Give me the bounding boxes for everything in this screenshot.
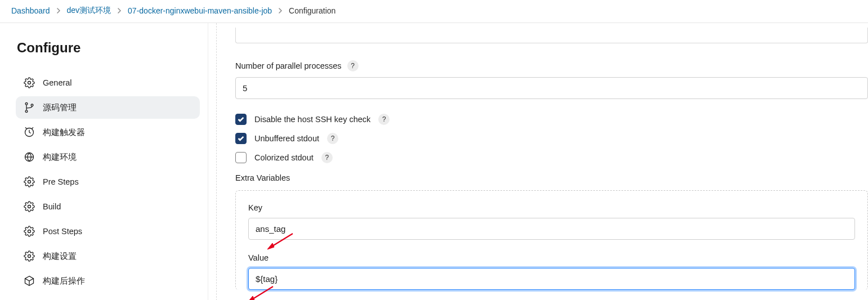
checkbox-group: Disable the host SSH key check ? Unbuffe… (235, 114, 868, 163)
breadcrumb-item-current: Configuration (289, 6, 335, 15)
help-icon[interactable]: ? (347, 60, 359, 71)
checkbox-colorized[interactable] (235, 152, 247, 163)
svg-point-0 (28, 82, 31, 84)
breadcrumb: Dashboard dev测试环境 07-docker-nginxwebui-m… (0, 0, 868, 23)
branch-icon (24, 102, 35, 113)
breadcrumb-item[interactable]: Dashboard (11, 6, 50, 15)
chevron-right-icon (278, 6, 283, 15)
sidebar-item-label: Pre Steps (43, 177, 79, 186)
help-icon[interactable]: ? (378, 114, 390, 125)
checkbox-label: Unbuffered stdout (254, 134, 319, 143)
gear-icon (24, 201, 35, 212)
gear-icon (24, 250, 35, 262)
chevron-right-icon (56, 6, 61, 15)
extra-var-key-input[interactable] (248, 218, 855, 240)
parallel-processes-row: Number of parallel processes ? (235, 60, 868, 99)
sidebar-item-label: 构建触发器 (43, 127, 85, 138)
svg-point-1 (25, 103, 28, 105)
parallel-processes-input[interactable] (235, 77, 868, 99)
help-icon[interactable]: ? (321, 152, 333, 163)
gear-icon (24, 176, 35, 187)
breadcrumb-item[interactable]: 07-docker-nginxwebui-maven-ansible-job (128, 6, 272, 15)
sidebar-item-general[interactable]: General (16, 71, 200, 94)
key-label: Key (248, 203, 855, 212)
extra-variables-group: Key Value (235, 190, 868, 290)
sidebar-item-triggers[interactable]: 构建触发器 (16, 121, 200, 144)
sidebar-item-build-settings[interactable]: 构建设置 (16, 245, 200, 267)
svg-point-7 (28, 205, 31, 208)
parallel-processes-label: Number of parallel processes (235, 61, 342, 70)
value-label: Value (248, 253, 855, 262)
svg-point-3 (31, 104, 33, 106)
checkbox-unbuffered[interactable] (235, 133, 247, 144)
globe-icon (24, 151, 35, 163)
sidebar-item-label: 构建环境 (43, 152, 77, 163)
checkbox-row-unbuffered: Unbuffered stdout ? (235, 133, 868, 144)
sidebar-item-label: 构建后操作 (43, 276, 85, 286)
sidebar-item-scm[interactable]: 源码管理 (16, 96, 200, 119)
checkbox-label: Colorized stdout (254, 153, 314, 162)
sidebar-item-label: 构建设置 (43, 251, 77, 262)
clock-icon (24, 127, 35, 138)
sidebar-item-label: Post Steps (43, 227, 82, 236)
sidebar-item-label: 源码管理 (43, 102, 77, 113)
sidebar-item-build[interactable]: Build (16, 195, 200, 218)
gear-icon (24, 77, 35, 88)
sidebar-item-build-env[interactable]: 构建环境 (16, 146, 200, 168)
sidebar: Configure General 源码管理 构建触发器 (0, 23, 208, 300)
checkbox-label: Disable the host SSH key check (254, 115, 370, 124)
chevron-right-icon (117, 6, 122, 15)
breadcrumb-item[interactable]: dev测试环境 (67, 6, 111, 16)
svg-point-6 (28, 181, 31, 183)
gear-icon (24, 226, 35, 237)
extra-var-value-input[interactable] (248, 268, 855, 290)
sidebar-item-post-steps[interactable]: Post Steps (16, 220, 200, 243)
extra-variables-label: Extra Variables (235, 173, 868, 182)
previous-section-bottom (235, 28, 868, 43)
page-title: Configure (17, 40, 199, 56)
svg-marker-13 (248, 296, 254, 300)
svg-point-9 (28, 255, 31, 258)
sidebar-item-label: General (43, 78, 72, 87)
checkbox-row-disable-ssh: Disable the host SSH key check ? (235, 114, 868, 125)
box-icon (24, 275, 35, 286)
main-content: Number of parallel processes ? Disable t… (208, 23, 868, 300)
svg-point-2 (25, 110, 28, 113)
sidebar-list: General 源码管理 构建触发器 构建环境 (16, 71, 200, 292)
help-icon[interactable]: ? (327, 133, 338, 144)
checkbox-disable-ssh[interactable] (235, 114, 247, 125)
sidebar-item-post-build[interactable]: 构建后操作 (16, 270, 200, 292)
svg-point-8 (28, 230, 31, 233)
sidebar-item-pre-steps[interactable]: Pre Steps (16, 171, 200, 193)
sidebar-item-label: Build (43, 202, 61, 211)
checkbox-row-colorized: Colorized stdout ? (235, 152, 868, 163)
